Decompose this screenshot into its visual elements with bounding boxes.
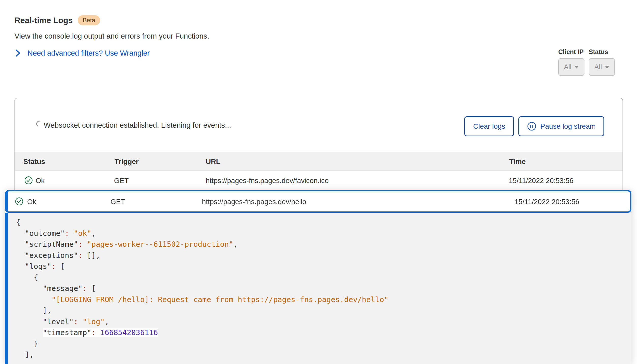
column-header-status: Status — [23, 158, 45, 166]
page-subtitle: View the console.log output and errors f… — [14, 32, 209, 40]
spinner-icon — [36, 120, 43, 127]
status-filter-label: Status — [589, 48, 608, 56]
row-trigger: GET — [114, 177, 129, 185]
column-header-time: Time — [509, 158, 526, 166]
pause-log-stream-button[interactable]: Pause log stream — [518, 116, 604, 136]
client-ip-filter-label: Client IP — [558, 48, 584, 56]
status-filter-value: All — [594, 63, 602, 71]
chevron-down-icon — [605, 66, 609, 69]
row-url: https://pages-fns.pages.dev/favicon.ico — [206, 177, 329, 185]
clear-logs-button[interactable]: Clear logs — [464, 116, 514, 136]
wrangler-advanced-filters-link[interactable]: Need advanced filters? Use Wrangler — [15, 49, 150, 57]
client-ip-filter-dropdown[interactable]: All — [558, 58, 584, 76]
status-ok-icon — [24, 176, 33, 185]
status-ok-icon — [15, 197, 23, 206]
beta-badge: Beta — [78, 15, 100, 25]
chevron-down-icon — [574, 66, 579, 69]
row-time: 15/11/2022 20:53:56 — [515, 198, 579, 206]
log-table-header: Status Trigger URL Time — [15, 152, 623, 171]
client-ip-filter-value: All — [564, 63, 571, 71]
pause-button-label: Pause log stream — [540, 122, 596, 130]
logs-panel: Websocket connection established. Listen… — [14, 98, 623, 190]
log-table-row-expanded[interactable]: Ok GET https://pages-fns.pages.dev/hello… — [5, 190, 631, 213]
column-header-trigger: Trigger — [115, 158, 139, 166]
row-time: 15/11/2022 20:53:56 — [509, 177, 574, 185]
row-url: https://pages-fns.pages.dev/hello — [202, 198, 306, 206]
row-status: Ok — [27, 198, 36, 206]
log-json-code: { "outcome": "ok", "scriptName": "pages-… — [5, 213, 631, 364]
page-title-text: Real-time Logs — [14, 16, 73, 25]
websocket-status-message: Websocket connection established. Listen… — [44, 121, 231, 129]
row-trigger: GET — [110, 198, 125, 206]
status-filter-dropdown[interactable]: All — [589, 58, 615, 76]
pause-icon — [527, 122, 536, 131]
wrangler-link-label: Need advanced filters? Use Wrangler — [27, 49, 150, 57]
chevron-right-icon — [15, 49, 21, 57]
column-header-url: URL — [206, 158, 220, 166]
page-title: Real-time Logs Beta — [14, 15, 100, 25]
expanded-log-entry: Ok GET https://pages-fns.pages.dev/hello… — [5, 190, 631, 364]
row-status: Ok — [36, 177, 45, 185]
log-table-row[interactable]: Ok GET https://pages-fns.pages.dev/favic… — [15, 171, 623, 190]
